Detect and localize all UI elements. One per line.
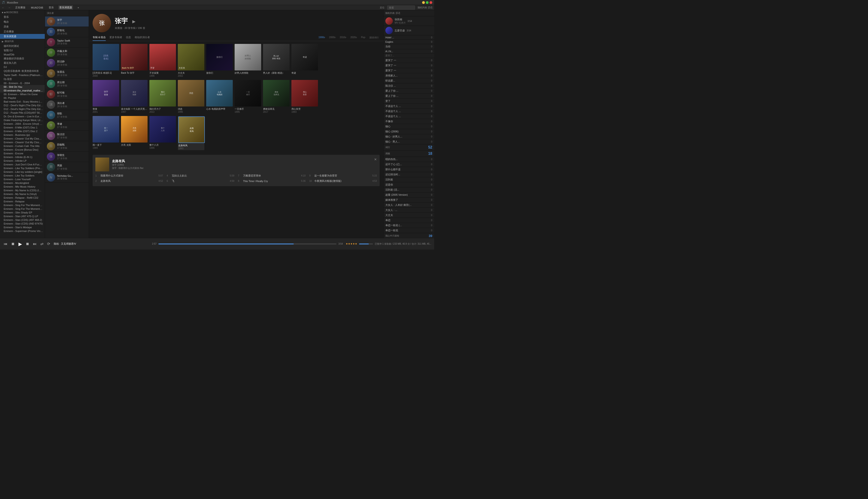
menu-add[interactable]: + bbox=[77, 6, 80, 10]
sidebar-playlist-em-slimshady[interactable]: Eminem - Slim Shady EP bbox=[0, 211, 45, 215]
right-item-daren1[interactable]: 大女人 · 人本好 痛苦(... 0 bbox=[384, 203, 434, 208]
album-card-20[interactable]: 走路有风 ▶ 走路有风 1993 bbox=[178, 116, 204, 150]
sidebar-playlist-djmix[interactable]: Dj-混音 bbox=[0, 77, 45, 81]
track-row-6[interactable]: 6 飞 4:59 bbox=[167, 179, 234, 183]
right-item-danlian2[interactable]: 单恋一枝花 0 bbox=[384, 228, 434, 233]
artist-item-lijian[interactable]: 李 李健 17 张专辑 bbox=[45, 120, 89, 131]
right-item-aku1[interactable]: 爱哭了 一 0 bbox=[384, 58, 434, 63]
right-item-dazh[interactable]: 大丈夫 0 bbox=[384, 213, 434, 218]
sidebar-item-browser[interactable]: 音乐浏览器 bbox=[0, 34, 45, 39]
titlebar-controls[interactable] bbox=[422, 1, 432, 4]
right-item-maoxin2005[interactable]: 猫心 (2006) 0 bbox=[384, 129, 434, 134]
sidebar-playlist-header[interactable]: ▶播放列表 bbox=[0, 39, 45, 44]
artist-item-zhaosheng[interactable]: 张 张朝生 17 张专辑 bbox=[45, 151, 89, 162]
filter-pop[interactable]: Pop· bbox=[360, 36, 367, 39]
album-card-11[interactable]: 我们尽力了 ▶ 我们尽力了 2022 bbox=[149, 80, 176, 113]
sidebar-playlist-em-mynameis-cds[interactable]: Eminem - My Name Is (CDS) (IND-95639) bbox=[0, 188, 45, 192]
sidebar-playlist-qq[interactable]: QQ音乐歌曲单: 欧美热歌606首 bbox=[0, 69, 45, 73]
artist-item-演出者[interactable]: 演 演出者 18 张专辑 bbox=[45, 100, 89, 110]
sidebar-playlist-top25[interactable]: 播放最好25首曲目 bbox=[0, 56, 45, 61]
artist-item-xuwei[interactable]: 许 许巍太和 19 张专辑 bbox=[45, 48, 89, 58]
album-card-16[interactable]: 用心良苦 ▶ 用心良苦 1993 bbox=[292, 80, 318, 113]
sidebar-playlist-em-encore-vinyl[interactable]: Eminem - 2004 - Encore (Vinyl) [FLAC 96k… bbox=[0, 122, 45, 126]
album-card-2[interactable]: Back To 张宇 ▶ Back To 张宇 bbox=[121, 44, 148, 77]
right-item-danlian-zhi[interactable]: 单恋一枝花 (... 0 bbox=[384, 223, 434, 228]
right-item-bugai3[interactable]: 不该这个人 ... 0 bbox=[384, 114, 434, 119]
expanded-panel-close[interactable]: ✕ bbox=[374, 158, 377, 161]
stop-button[interactable]: ⏹ bbox=[10, 241, 16, 247]
artist-item-zhangyue[interactable]: 张 张震岳 18 张专辑 bbox=[45, 69, 89, 79]
sidebar-playlist-drake[interactable]: Drake Featuring Kanye West, Lil' Wayne a… bbox=[0, 118, 45, 122]
tab-similar[interactable]: 相似的演出者 bbox=[135, 34, 150, 41]
album-card-9[interactable]: 张宇替身 ▶ 替身 2001 bbox=[92, 80, 119, 113]
artist-item-zhangyu[interactable]: 张 张宇 20 张专辑 bbox=[45, 16, 89, 27]
next-button[interactable]: ⏭ bbox=[32, 241, 38, 247]
right-item-qinqing[interactable]: 亲情家人... 0 bbox=[384, 73, 434, 78]
playback-stars[interactable]: ★★★★★ bbox=[346, 242, 357, 245]
right-item-bian[interactable]: 变了 0 bbox=[384, 99, 434, 104]
filter-chinese[interactable]: 国语词行 bbox=[369, 36, 380, 39]
right-item-ain[interactable]: A.I.N... 0 bbox=[384, 49, 434, 53]
album-card-15[interactable]: 勇敢说再见 ▶ 勇敢说再见 2017 bbox=[263, 80, 289, 113]
right-item-daren2[interactable]: 大女人 · ... 0 bbox=[384, 208, 434, 213]
right-item-aishang2[interactable]: 爱上了你 ... 0 bbox=[384, 94, 434, 99]
volume-bar[interactable] bbox=[359, 243, 373, 244]
right-artist-2[interactable]: 忘爱空虚 3:54 bbox=[384, 26, 434, 35]
album-card-17[interactable]: 雨一直下 ▶ 雨一直下 1989 bbox=[92, 116, 119, 150]
album-card-19[interactable]: 整个八月 ▶ 整个八月 1996 bbox=[149, 116, 176, 150]
right-item-changda[interactable]: 唱的伤伤... 0 bbox=[384, 157, 434, 162]
album-card-14[interactable]: 一言难尽 ▶ 一言难尽 1995 bbox=[235, 80, 261, 113]
tab-more[interactable]: 更多专辑者 bbox=[110, 34, 122, 41]
right-item-bugai2[interactable]: 不该这个人 ... 0 bbox=[384, 109, 434, 114]
sidebar-playlist-em-curtain[interactable]: Eminem - Curtain Call- The Hits bbox=[0, 144, 45, 148]
right-item-huan[interactable]: 还不了心 (已... 0 bbox=[384, 162, 434, 167]
sidebar-playlist-em-liketoy-promo[interactable]: Eminem - Like Toy Soldiers (Promo CDS) bbox=[0, 166, 45, 170]
sidebar-playlist-em-stan-lp[interactable]: Eminem - Stan (497 470-1) LP bbox=[0, 215, 45, 218]
sidebar-playlist-em-encore-bonus[interactable]: Eminem - Encore [Bonus Disc] bbox=[0, 148, 45, 151]
minimize-btn[interactable] bbox=[422, 1, 425, 4]
album-card-12[interactable]: 消息 ▶ 消息 1996 bbox=[178, 80, 204, 113]
album-card-1[interactable]: [贝壳音乐] ▶ [贝壳音乐 精选5:1] 2000 bbox=[92, 44, 119, 77]
sidebar-playlist-em-stan-cds1[interactable]: Eminem - Stan (CDS) (497 468-2) bbox=[0, 218, 45, 222]
album-card-3[interactable]: 不甘 ▶ 不甘寂寞 1996 bbox=[149, 44, 176, 77]
sidebar-item-radio[interactable]: 电台 bbox=[0, 20, 45, 24]
menu-muaddib[interactable]: MUAD'DIB bbox=[30, 6, 44, 10]
sidebar-playlist-em-relapse-refill[interactable]: Eminem - Relapse - Refill CD2 bbox=[0, 196, 45, 199]
play-pause-button[interactable]: ▶ bbox=[17, 240, 23, 248]
album-card-5[interactable]: 放你们 ▶ 放你们 bbox=[206, 44, 233, 77]
sidebar-playlist-em-sing1[interactable]: Eminem - Sing For The Moment (CDM)(497 8… bbox=[0, 203, 45, 207]
right-item-eagles[interactable]: Eagles 0 bbox=[384, 40, 434, 44]
sidebar-playlist-em-lose[interactable]: Eminem - Lose Yourself bbox=[0, 178, 45, 181]
sidebar-playlist-drdre[interactable]: Dr. Dre & Eminem – Live In Europe bbox=[0, 114, 45, 118]
artist-item-xiyun[interactable]: 席 席云彻 18 张专辑 bbox=[45, 79, 89, 89]
right-item-huanji[interactable]: 还记得当时... 0 bbox=[384, 172, 434, 177]
artist-item-yukewei[interactable]: 郁 郁可唯 18 张专辑 bbox=[45, 89, 89, 100]
album-card-4[interactable]: 大丈夫 ▶ 大丈夫 2002 bbox=[178, 44, 204, 77]
sidebar-playlist-em-sing2[interactable]: Eminem - Sing For The Moment (CDM)(INTR-… bbox=[0, 207, 45, 211]
track-row-7[interactable]: 7 万般爱恋苦害休 4:10 bbox=[238, 173, 306, 178]
right-item-dangni[interactable]: 当你 0 bbox=[384, 44, 434, 49]
album-card-7[interactable]: 男人好新歌·精选 ▶ 男人好（新歌·精选） bbox=[263, 44, 289, 77]
sidebar-playlist-em-encore[interactable]: Eminem - Encore bbox=[0, 151, 45, 155]
sidebar-playlist-em-liketoy[interactable]: Eminem - Like Toy Soldiers bbox=[0, 174, 45, 178]
right-item-maoxin-nan[interactable]: 猫心 · 男人... 0 bbox=[384, 139, 434, 144]
sidebar-playlist-muaddib[interactable]: Muad'Dib bbox=[0, 53, 45, 56]
sidebar-playlist-em-mockingbird[interactable]: Eminem - Mockingbird bbox=[0, 181, 45, 185]
nav-forward[interactable]: → bbox=[8, 6, 11, 9]
menu-browser[interactable]: 音乐浏览器 bbox=[59, 5, 73, 10]
right-item-buxiang[interactable]: 不像你 0 bbox=[384, 119, 434, 124]
sidebar-playlist-playlist[interactable]: 00. Playlist bbox=[0, 96, 45, 100]
right-artist-1[interactable]: 张胜南 MV 纪录片 3:54 bbox=[384, 16, 434, 26]
artist-play-button[interactable]: ▶ bbox=[132, 19, 136, 24]
sidebar-playlist-d12purple[interactable]: D12 - Purple Pills (CDS)(497 569-2) bbox=[0, 111, 45, 114]
track-row-9[interactable]: 9 这一生都要为你受苦 5:15 bbox=[309, 173, 377, 178]
right-item-meiti[interactable]: 媒体推推了 0 bbox=[384, 197, 434, 203]
track-row-2[interactable]: 2 走路有风 4:52 bbox=[95, 179, 163, 183]
shuffle-button[interactable]: ⇄ bbox=[39, 241, 44, 247]
right-item-aku3[interactable]: 爱哭了 一 0 bbox=[384, 68, 434, 73]
sidebar-playlist-d12dirty-bonus[interactable]: D12 - Devil's Night (The Dirty Edition) … bbox=[0, 104, 45, 107]
sidebar-playlist-em-mynameis-vinyl[interactable]: Eminem - My Name Is (Vinyl) bbox=[0, 192, 45, 196]
sidebar-playlist-em-infinite-lp[interactable]: Eminem - Infinite LP bbox=[0, 159, 45, 163]
sidebar-playlist-shiton[interactable]: 00 - Shit On You bbox=[0, 85, 45, 89]
sidebar-playlist-d12dirty[interactable]: D12 - Devil's Night (The Dirty Edition) bbox=[0, 107, 45, 111]
